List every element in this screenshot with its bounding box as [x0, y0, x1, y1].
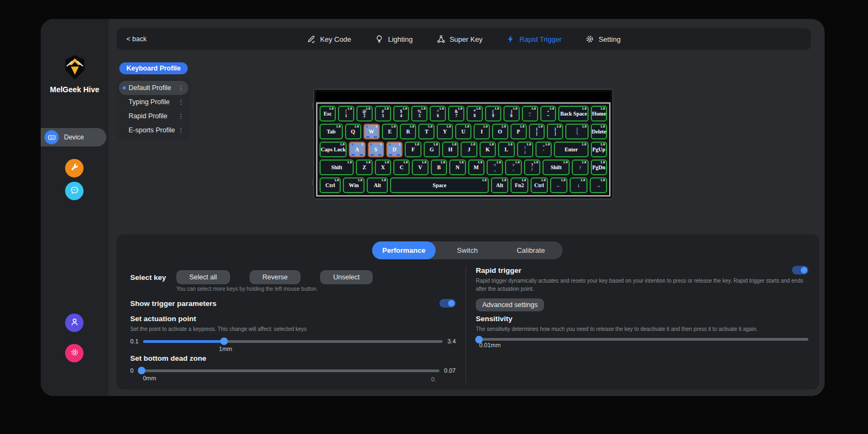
- key-delete[interactable]: 1.8Delete: [591, 124, 607, 139]
- key-enter[interactable]: 1.8Enter: [554, 142, 588, 157]
- key-1[interactable]: 1.8!1: [338, 106, 354, 122]
- key-shift[interactable]: 1.8Shift: [320, 159, 354, 175]
- sidebar-chat-icon[interactable]: [65, 182, 84, 200]
- key-h[interactable]: 1.8H: [442, 142, 458, 157]
- key-g[interactable]: 1.8G: [424, 142, 440, 157]
- key-y[interactable]: 1.8Y: [437, 124, 453, 139]
- key-alt[interactable]: 1.8Alt: [367, 177, 388, 193]
- profile-item[interactable]: Rapid Profile⋮: [119, 109, 188, 123]
- key-ctrl[interactable]: 1.8Ctrl: [531, 177, 548, 193]
- sidebar-item-device[interactable]: Device: [41, 128, 106, 146]
- profile-item[interactable]: Default Profile⋮: [119, 81, 188, 95]
- key-→[interactable]: 1.8→: [590, 177, 607, 193]
- key-shift[interactable]: 1.8Shift: [542, 159, 570, 175]
- key-b[interactable]: 1.8B: [431, 159, 447, 175]
- button-unselect[interactable]: Unselect: [320, 270, 373, 284]
- key-j[interactable]: 1.8J: [461, 142, 477, 157]
- key-↑[interactable]: 1.8↑: [572, 159, 588, 175]
- key-][interactable]: 1.8}]: [547, 124, 563, 139]
- key-home[interactable]: 1.8Home: [591, 106, 607, 122]
- key-m[interactable]: 1.8M: [468, 159, 484, 175]
- key-v[interactable]: 1.8V: [412, 159, 428, 175]
- key-8[interactable]: 1.8*8: [467, 106, 483, 122]
- keyboard-profile-header[interactable]: Keyboard Profile: [119, 62, 188, 74]
- key-a[interactable]: 1Aϟ: [349, 142, 365, 157]
- key-0[interactable]: 1.8)0: [503, 106, 520, 122]
- key-7[interactable]: 1.8&7: [448, 106, 464, 122]
- nav-item-lighting[interactable]: Lighting: [375, 35, 413, 43]
- nav-item-setting[interactable]: Setting: [585, 35, 620, 43]
- key-o[interactable]: 1.8O: [492, 124, 508, 139]
- tab-calibrate[interactable]: Calibrate: [499, 241, 563, 259]
- tab-performance[interactable]: Performance: [372, 241, 436, 259]
- key-r[interactable]: 1.8R: [400, 124, 416, 139]
- slider-track[interactable]: [143, 340, 442, 343]
- key-w[interactable]: 1Wϟ: [363, 124, 380, 139]
- button-reverse[interactable]: Reverse: [250, 270, 301, 284]
- key-\[interactable]: 1.8|\: [565, 124, 589, 139]
- key-z[interactable]: 1.8Z: [356, 159, 372, 175]
- key-,[interactable]: 1.8<,: [487, 159, 503, 175]
- key-q[interactable]: 1.8Q: [345, 124, 361, 139]
- key-win[interactable]: 1.8Win: [343, 177, 364, 193]
- sidebar-wrench-icon[interactable]: [65, 159, 84, 177]
- key-tab[interactable]: 1.8Tab: [320, 124, 343, 139]
- key-←[interactable]: 1.8←: [550, 177, 567, 193]
- slider-thumb[interactable]: [138, 367, 145, 374]
- key-;[interactable]: 1.8:;: [517, 142, 533, 157]
- key-9[interactable]: 1.8(9: [485, 106, 501, 122]
- rapid-trigger-toggle[interactable]: [792, 266, 808, 275]
- key-e[interactable]: 1.8E: [382, 124, 398, 139]
- key-x[interactable]: 1.8X: [375, 159, 391, 175]
- key-esc[interactable]: 1.8Esc: [320, 106, 336, 122]
- key-k[interactable]: 1.8K: [480, 142, 496, 157]
- key-d[interactable]: 1Dϟ: [386, 142, 403, 157]
- key-ctrl[interactable]: 1.8Ctrl: [320, 177, 341, 193]
- key-back-space[interactable]: 1.8Back Space: [558, 106, 589, 122]
- nav-item-key-code[interactable]: Key Code: [307, 35, 351, 43]
- actuation-slider[interactable]: 0.13.41mm: [130, 338, 456, 353]
- key-l[interactable]: 1.8L: [498, 142, 514, 157]
- key-fn2[interactable]: 1.8Fn2: [510, 177, 528, 193]
- key-/[interactable]: 1.8?/: [524, 159, 540, 175]
- kebab-menu-icon[interactable]: ⋮: [178, 127, 184, 134]
- sidebar-user-icon[interactable]: [65, 314, 84, 332]
- key-n[interactable]: 1.8N: [449, 159, 465, 175]
- kebab-menu-icon[interactable]: ⋮: [178, 99, 184, 106]
- key-u[interactable]: 1.8U: [455, 124, 471, 139]
- key-t[interactable]: 1.8T: [418, 124, 435, 139]
- button-select-all[interactable]: Select all: [176, 270, 230, 284]
- key-3[interactable]: 1.8#3: [375, 106, 391, 122]
- key-caps-lock[interactable]: 1.8Caps Lock: [320, 142, 347, 157]
- slider-thumb[interactable]: [220, 337, 228, 345]
- advanced-settings-button[interactable]: Advanced settings: [476, 298, 544, 311]
- profile-item[interactable]: E-sports Profile⋮: [119, 123, 188, 137]
- kebab-menu-icon[interactable]: ⋮: [178, 85, 184, 92]
- nav-item-rapid-trigger[interactable]: Rapid Trigger: [506, 35, 561, 43]
- key-s[interactable]: 1Sϟ: [368, 142, 384, 157]
- key-2[interactable]: 1.8@2: [356, 106, 373, 122]
- sensitivity-slider[interactable]: 0.01mm: [476, 338, 808, 349]
- key-space[interactable]: 1.8Space: [390, 177, 488, 193]
- key-4[interactable]: 1.8$4: [393, 106, 410, 122]
- key-c[interactable]: 1.8C: [393, 159, 410, 175]
- slider-track[interactable]: [138, 369, 439, 372]
- key-'[interactable]: 1.8"': [535, 142, 552, 157]
- key--[interactable]: 1.8_-: [522, 106, 538, 122]
- nav-item-super-key[interactable]: Super Key: [437, 35, 483, 43]
- key-6[interactable]: 1.8^6: [430, 106, 446, 122]
- back-button[interactable]: < back: [126, 35, 146, 43]
- key-alt[interactable]: 1.8Alt: [491, 177, 508, 193]
- kebab-menu-icon[interactable]: ⋮: [178, 113, 184, 120]
- profile-item[interactable]: Typing Profile⋮: [119, 95, 188, 109]
- key-p[interactable]: 1.8P: [510, 124, 527, 139]
- key-5[interactable]: 1.8%5: [411, 106, 427, 122]
- key-[[interactable]: 1.8{[: [529, 124, 545, 139]
- tab-switch[interactable]: Switch: [436, 241, 499, 259]
- key-i[interactable]: 1.8I: [474, 124, 490, 139]
- sidebar-theme-icon[interactable]: [65, 344, 84, 362]
- key-↓[interactable]: 1.8↓: [570, 177, 587, 193]
- key-=[interactable]: 1.8+=: [540, 106, 557, 122]
- key-pgdn[interactable]: 1.8PgDn: [591, 159, 607, 175]
- key-.[interactable]: 1.8>.: [505, 159, 521, 175]
